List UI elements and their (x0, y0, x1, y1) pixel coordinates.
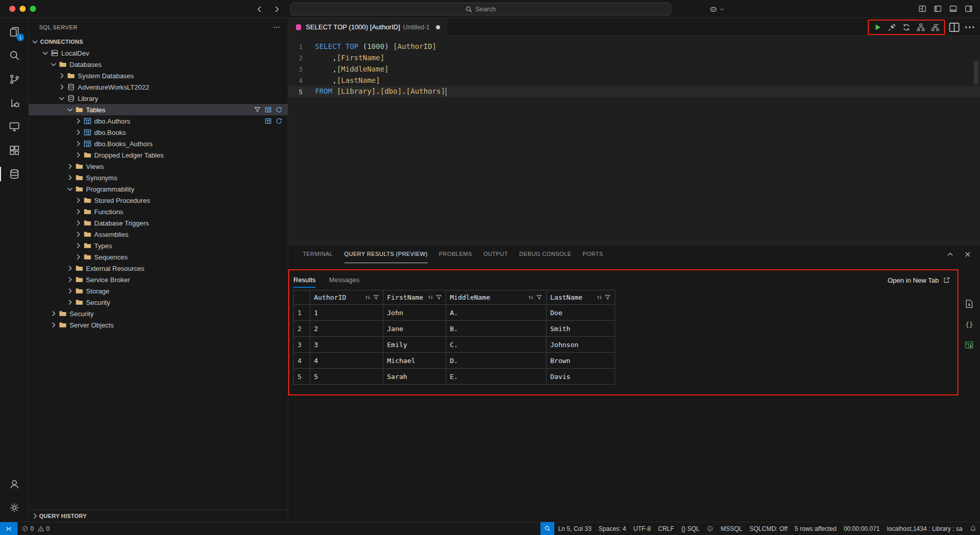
code-line[interactable]: 3 ,[MiddleName] (288, 63, 980, 75)
chevron-right-icon[interactable] (58, 83, 66, 91)
refresh-icon[interactable] (275, 117, 283, 125)
panel-close-icon[interactable] (964, 250, 972, 258)
chevron-right-icon[interactable] (66, 174, 74, 182)
filter-icon[interactable] (604, 294, 611, 301)
toggle-secondary-sidebar-icon[interactable] (965, 5, 973, 13)
chevron-right-icon[interactable] (74, 117, 82, 125)
results-tab-messages[interactable]: Messages (329, 272, 359, 288)
minimize-window-button[interactable] (20, 6, 26, 12)
panel-chevron-up-icon[interactable] (946, 250, 954, 258)
tree-item-localdev[interactable]: LocalDev (29, 47, 288, 59)
chevron-down-icon[interactable] (66, 185, 74, 193)
grid-cell[interactable]: John (383, 305, 446, 321)
tree-item-synonyms[interactable]: Synonyms (29, 172, 288, 183)
enable-actual-plan-button[interactable] (929, 21, 941, 33)
navigate-forward-icon[interactable] (273, 5, 281, 13)
grid-cell[interactable]: 3 (310, 337, 383, 353)
row-number-cell[interactable]: 2 (294, 321, 310, 337)
status-feedback[interactable] (703, 522, 717, 535)
tree-item-server-objects[interactable]: Server Objects (29, 319, 288, 331)
activity-bar-search[interactable] (0, 44, 28, 67)
tree-item-storage[interactable]: Storage (29, 285, 288, 297)
tree-item-dbo-books-authors[interactable]: dbo.Books_Authors (29, 138, 288, 149)
tree-item-assemblies[interactable]: Assemblies (29, 229, 288, 240)
code-line[interactable]: 4 ,[LastName] (288, 75, 980, 86)
activity-bar-run-and-debug[interactable] (0, 91, 28, 115)
tree-item-security[interactable]: Security (29, 297, 288, 308)
grid-cell[interactable]: Smith (547, 321, 615, 337)
grid-cell[interactable]: Michael (383, 353, 446, 369)
chevron-right-icon[interactable] (66, 264, 74, 272)
status-notifications[interactable] (966, 522, 980, 535)
tree-item-databases[interactable]: Databases (29, 59, 288, 70)
table-icon[interactable] (265, 117, 272, 125)
activity-bar-remote-explorer[interactable] (0, 115, 28, 139)
row-number-cell[interactable]: 1 (294, 305, 310, 321)
status-end-of-line[interactable]: CRLF (654, 522, 677, 535)
status-language-mode[interactable]: {} SQL (678, 522, 703, 535)
code-line[interactable]: 2 ,[FirstName] (288, 52, 980, 63)
grid-cell[interactable]: Jane (383, 321, 446, 337)
grid-cell[interactable]: C. (446, 337, 547, 353)
search-box[interactable]: Search (290, 3, 671, 15)
tree-item-system-databases[interactable]: System Databases (29, 70, 288, 81)
chevron-right-icon[interactable] (74, 219, 82, 227)
toggle-primary-sidebar-icon[interactable] (934, 5, 942, 13)
grid-cell[interactable]: Sarah (383, 369, 446, 385)
grid-cell[interactable]: Davis (547, 369, 615, 385)
activity-bar-source-control[interactable] (0, 67, 28, 91)
save-as-csv-button[interactable] (964, 298, 975, 309)
tree-item-library[interactable]: Library (29, 93, 288, 104)
status-cursor-position[interactable]: Ln 5, Col 33 (554, 522, 595, 535)
chevron-right-icon[interactable] (58, 72, 66, 80)
tree-item-stored-procedures[interactable]: Stored Procedures (29, 195, 288, 206)
row-number-cell[interactable]: 3 (294, 337, 310, 353)
grid-cell[interactable]: Brown (547, 353, 615, 369)
row-number-cell[interactable]: 4 (294, 353, 310, 369)
filter-icon[interactable] (373, 294, 379, 301)
code-line[interactable]: 5FROM [Library].[dbo].[Authors] (288, 86, 980, 97)
editor-scrollbar[interactable] (974, 61, 978, 84)
grid-cell[interactable]: 2 (310, 321, 383, 337)
sort-icon[interactable] (427, 294, 434, 301)
tree-item-external-resources[interactable]: External Resources (29, 263, 288, 274)
chevron-down-icon[interactable] (41, 49, 49, 57)
chevron-right-icon[interactable] (74, 208, 82, 216)
filter-icon[interactable] (435, 294, 442, 301)
panel-tab-debug-console[interactable]: DEBUG CONSOLE (519, 245, 571, 263)
status-encoding[interactable]: UTF-8 (629, 522, 654, 535)
save-as-excel-button[interactable] (964, 339, 975, 351)
disconnect-button[interactable] (886, 21, 898, 33)
chevron-right-icon[interactable] (49, 309, 58, 318)
copilot-button[interactable] (709, 5, 725, 13)
grid-cell[interactable]: E. (446, 369, 547, 385)
save-as-json-button[interactable]: {} (964, 319, 975, 330)
status-rows-affected[interactable]: 5 rows affected (791, 522, 840, 535)
sort-icon[interactable] (596, 294, 603, 301)
tree-item-adventureworkslt2022[interactable]: AdventureWorksLT2022 (29, 81, 288, 93)
chevron-right-icon[interactable] (49, 321, 58, 329)
activity-bar-sql-server[interactable] (0, 162, 28, 186)
run-query-button[interactable] (871, 21, 884, 33)
tree-item-dbo-books[interactable]: dbo.Books (29, 127, 288, 138)
tree-item-dropped-ledger-tables[interactable]: Dropped Ledger Tables (29, 149, 288, 161)
chevron-right-icon[interactable] (74, 241, 82, 250)
results-tab-results[interactable]: Results (293, 272, 316, 288)
more-editor-actions-icon[interactable] (964, 21, 976, 33)
column-header-firstname[interactable]: FirstName (383, 290, 446, 305)
customize-layout-icon[interactable] (918, 5, 926, 13)
remote-indicator[interactable] (0, 522, 18, 535)
grid-cell[interactable]: 4 (310, 353, 383, 369)
modified-dot-icon[interactable] (436, 25, 440, 29)
code-line[interactable]: 1SELECT TOP (1000) [AuthorID] (288, 41, 980, 52)
grid-cell[interactable]: 5 (310, 369, 383, 385)
status-sqlcmd-mode[interactable]: SQLCMD: Off (746, 522, 791, 535)
status-mssql-provider[interactable]: MSSQL (717, 522, 746, 535)
row-number-cell[interactable]: 5 (294, 369, 310, 385)
chevron-right-icon[interactable] (74, 230, 82, 238)
grid-cell[interactable]: Johnson (547, 337, 615, 353)
panel-tab-problems[interactable]: PROBLEMS (439, 245, 472, 263)
column-header-middlename[interactable]: MiddleName (446, 290, 547, 305)
chevron-right-icon[interactable] (74, 128, 82, 136)
code-editor[interactable]: 1SELECT TOP (1000) [AuthorID]2 ,[FirstNa… (288, 36, 980, 245)
